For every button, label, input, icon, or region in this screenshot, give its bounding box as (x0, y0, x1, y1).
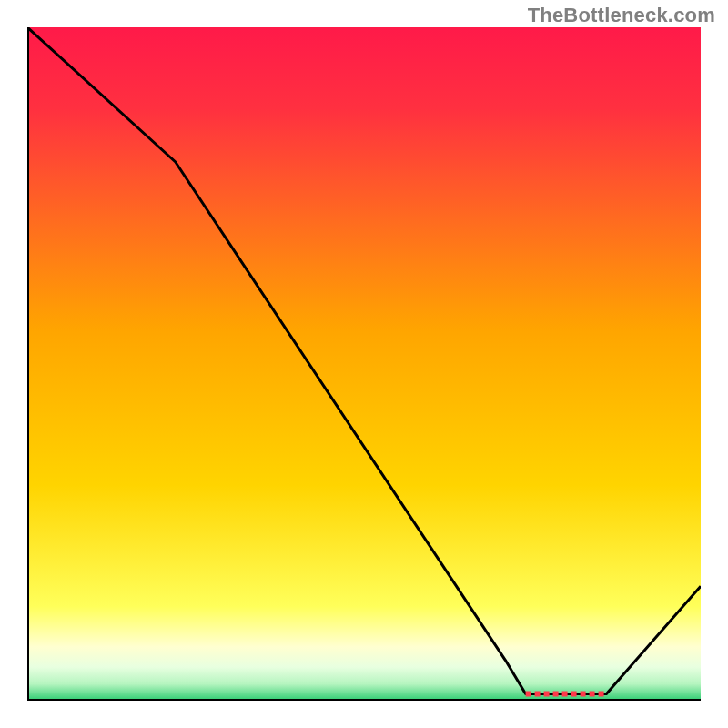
attribution-text: TheBottleneck.com (528, 4, 715, 27)
gradient-background (27, 27, 701, 701)
chart-container: TheBottleneck.com (0, 0, 728, 728)
chart-svg (27, 27, 701, 701)
plot-area (27, 27, 701, 701)
